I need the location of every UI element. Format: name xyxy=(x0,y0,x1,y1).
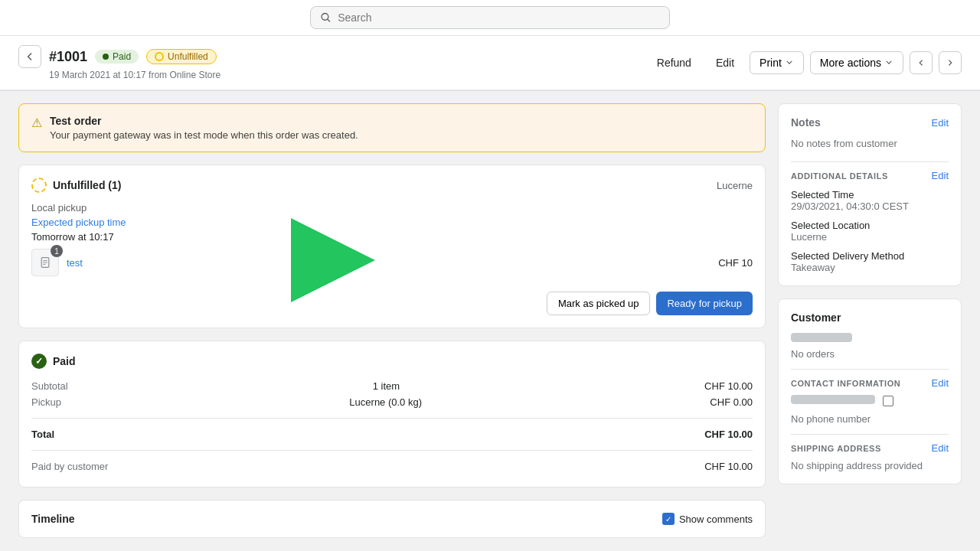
show-comments-label: Show comments xyxy=(679,514,753,525)
paid-by-row: Paid by customer CHF 10.00 xyxy=(31,458,753,474)
notes-card-header: Notes Edit xyxy=(791,116,949,129)
ready-for-pickup-button[interactable]: Ready for pickup xyxy=(656,292,753,315)
print-button[interactable]: Print xyxy=(750,51,804,74)
additional-details-title: ADDITIONAL DETAILS xyxy=(791,171,888,181)
location-text: Lucerne xyxy=(717,180,753,191)
order-header: #1001 Paid Unfulfilled 19 March 2021 at … xyxy=(0,36,980,91)
search-box[interactable] xyxy=(310,6,670,29)
customer-title: Customer xyxy=(791,311,841,324)
shipping-header: SHIPPING ADDRESS Edit xyxy=(791,442,949,454)
unfulfilled-title-text: Unfulfilled (1) xyxy=(53,179,121,191)
unfulfilled-card-actions: Mark as picked up Ready for pickup xyxy=(31,292,753,315)
customer-email-blurred xyxy=(791,395,875,404)
paid-badge: Paid xyxy=(95,50,139,64)
item-name: test xyxy=(67,256,710,269)
additional-details-header: ADDITIONAL DETAILS Edit xyxy=(791,170,949,181)
subtotal-row: Subtotal 1 item CHF 10.00 xyxy=(31,378,753,394)
unfulfilled-label: Unfulfilled xyxy=(168,51,208,62)
mark-picked-up-button[interactable]: Mark as picked up xyxy=(547,292,651,315)
next-order-button[interactable] xyxy=(939,51,962,74)
print-label: Print xyxy=(760,57,782,69)
selected-location-label: Selected Location xyxy=(791,220,949,231)
pickup-row: Pickup Lucerne (0.0 kg) CHF 0.00 xyxy=(31,394,753,410)
shipping-title: SHIPPING ADDRESS xyxy=(791,444,881,453)
contact-edit[interactable]: Edit xyxy=(932,377,949,389)
payment-card-header: ✓ Paid xyxy=(31,354,753,369)
customer-card-header: Customer xyxy=(791,311,949,324)
unfulfilled-card-header: Unfulfilled (1) Lucerne xyxy=(31,178,753,193)
paid-label: Paid xyxy=(113,51,131,62)
shipping-edit[interactable]: Edit xyxy=(932,442,949,454)
payment-card-title: ✓ Paid xyxy=(31,354,76,369)
payment-divider xyxy=(31,418,753,419)
subtotal-label: Subtotal xyxy=(31,380,68,392)
subtotal-amount: CHF 10.00 xyxy=(704,380,753,392)
more-actions-label: More actions xyxy=(820,57,881,69)
no-phone-text: No phone number xyxy=(791,413,949,425)
unfulfilled-circle xyxy=(155,52,164,61)
chevron-right-icon xyxy=(946,58,955,67)
back-button[interactable] xyxy=(18,45,41,68)
warning-text: Your payment gateway was in test mode wh… xyxy=(50,129,358,141)
notes-empty-text: No notes from customer xyxy=(791,138,949,149)
selected-delivery-value: Takeaway xyxy=(791,262,949,273)
item-thumbnail: 1 xyxy=(31,249,59,276)
additional-details-edit[interactable]: Edit xyxy=(932,170,949,181)
show-comments-checkbox[interactable]: ✓ xyxy=(662,513,675,525)
search-icon xyxy=(320,11,332,24)
back-icon xyxy=(24,51,36,63)
unfulfilled-icon xyxy=(31,178,47,193)
no-address-text: No shipping address provided xyxy=(791,460,949,471)
customer-card: Customer No orders CONTACT INFORMATION E… xyxy=(778,298,962,484)
pickup-info: Local pickup xyxy=(31,202,753,214)
paid-by-amount: CHF 10.00 xyxy=(704,461,753,472)
order-number: #1001 xyxy=(49,49,87,65)
refund-button[interactable]: Refund xyxy=(648,52,701,73)
pickup-time: Tomorrow at 10:17 xyxy=(31,231,753,243)
contact-email-row xyxy=(791,395,949,407)
selected-delivery-label: Selected Delivery Method xyxy=(791,250,949,262)
document-icon xyxy=(39,256,51,269)
paid-by-label: Paid by customer xyxy=(31,461,108,472)
paid-dot xyxy=(103,54,109,60)
pickup-amount: CHF 0.00 xyxy=(710,396,753,408)
subtotal-qty: 1 item xyxy=(373,380,400,392)
customer-divider xyxy=(791,369,949,370)
show-comments-toggle[interactable]: ✓ Show comments xyxy=(662,513,753,525)
timeline-card: Timeline ✓ Show comments xyxy=(18,500,766,538)
chevron-left-icon xyxy=(916,58,926,67)
chevron-down-icon-2 xyxy=(884,58,893,67)
warning-content: Test order Your payment gateway was in t… xyxy=(50,115,358,141)
contact-header: CONTACT INFORMATION Edit xyxy=(791,377,949,389)
payment-title-text: Paid xyxy=(53,355,76,367)
timeline-title: Timeline xyxy=(31,513,75,525)
left-column: ⚠ Test order Your payment gateway was in… xyxy=(18,103,766,538)
unfulfilled-card: Unfulfilled (1) Lucerne Local pickup Exp… xyxy=(18,165,766,328)
more-actions-button[interactable]: More actions xyxy=(810,51,903,74)
copy-icon[interactable] xyxy=(883,396,893,406)
customer-name-blurred xyxy=(791,333,852,342)
prev-order-button[interactable] xyxy=(910,51,933,74)
main-layout: ⚠ Test order Your payment gateway was in… xyxy=(0,91,980,550)
right-column: Notes Edit No notes from customer ADDITI… xyxy=(778,103,962,538)
edit-button[interactable]: Edit xyxy=(707,52,743,73)
payment-divider-2 xyxy=(31,450,753,451)
expected-pickup-label: Expected pickup time xyxy=(31,217,753,228)
selected-time-value: 29/03/2021, 04:30:0 CEST xyxy=(791,201,949,212)
notes-title: Notes xyxy=(791,116,821,129)
contact-title: CONTACT INFORMATION xyxy=(791,379,900,388)
item-price: CHF 10 xyxy=(718,257,753,269)
order-date: 19 March 2021 at 10:17 from Online Store xyxy=(18,68,220,80)
total-row: Total CHF 10.00 xyxy=(31,426,753,442)
pickup-payment-label: Pickup xyxy=(31,396,61,408)
warning-title: Test order xyxy=(50,115,358,127)
timeline-header: Timeline ✓ Show comments xyxy=(31,513,753,525)
warning-icon: ⚠ xyxy=(31,116,42,141)
paid-check-icon: ✓ xyxy=(31,354,47,369)
item-quantity-badge: 1 xyxy=(51,245,63,257)
item-link[interactable]: test xyxy=(67,257,83,269)
notes-edit-button[interactable]: Edit xyxy=(932,117,949,129)
top-bar xyxy=(0,0,980,36)
search-input[interactable] xyxy=(338,11,660,24)
shipping-divider xyxy=(791,434,949,435)
